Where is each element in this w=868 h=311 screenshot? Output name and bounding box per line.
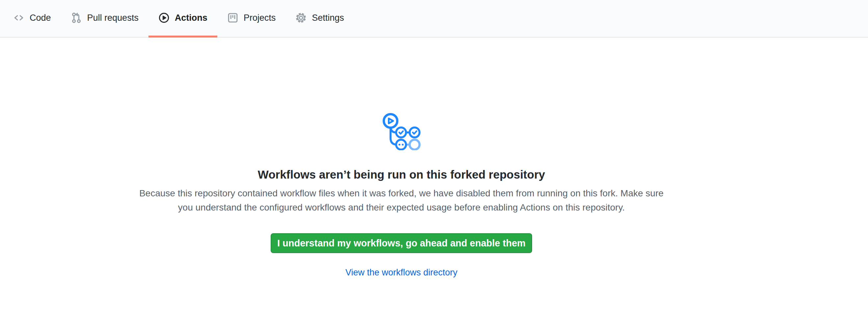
project-icon [227, 12, 239, 23]
play-circle-icon [158, 12, 169, 23]
tab-actions[interactable]: Actions [149, 0, 217, 37]
git-pull-request-icon [71, 12, 82, 23]
tab-code[interactable]: Code [3, 0, 61, 37]
tab-settings[interactable]: Settings [285, 0, 354, 37]
enable-workflows-button[interactable]: I understand my workflows, go ahead and … [271, 233, 532, 253]
tab-label: Settings [312, 13, 344, 23]
repo-tab-nav: Code Pull requests Actions [0, 0, 868, 37]
workflow-graph-icon [380, 111, 423, 152]
code-icon [13, 12, 24, 23]
tab-pull-requests[interactable]: Pull requests [61, 0, 149, 37]
actions-disabled-blankslate: Workflows aren’t being run on this forke… [0, 37, 803, 278]
tab-label: Actions [175, 13, 208, 23]
tab-projects[interactable]: Projects [217, 0, 286, 37]
tab-label: Code [30, 13, 51, 23]
page-title: Workflows aren’t being run on this forke… [258, 167, 545, 182]
tab-label: Pull requests [87, 13, 138, 23]
view-workflows-directory-link[interactable]: View the workflows directory [345, 268, 457, 278]
blankslate-description: Because this repository contained workfl… [131, 186, 672, 215]
gear-icon [296, 12, 307, 23]
tab-label: Projects [244, 13, 276, 23]
